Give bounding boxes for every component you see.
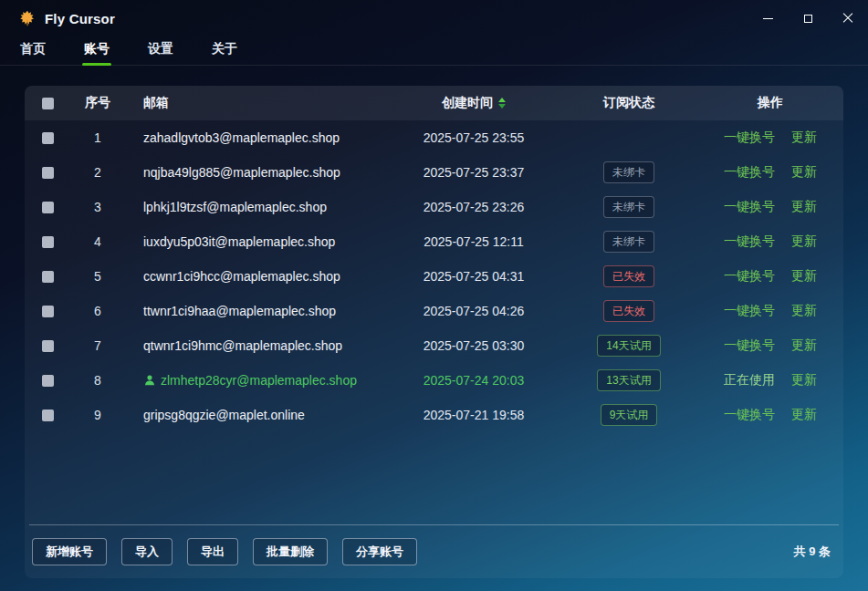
- row-checkbox[interactable]: [25, 375, 70, 387]
- status-badge: 已失效: [603, 300, 654, 322]
- switch-account-link[interactable]: 一键换号: [724, 268, 775, 285]
- row-checkbox[interactable]: [25, 202, 70, 213]
- row-created-time: 2025-07-21 19:58: [387, 408, 560, 422]
- update-link[interactable]: 更新: [791, 233, 817, 250]
- tab-settings[interactable]: 设置: [148, 36, 173, 66]
- maximize-icon[interactable]: [788, 0, 828, 36]
- table-header: 序号 邮箱 创建时间 订阅状态 操作: [25, 86, 843, 120]
- row-email: nqjba49lg885@maplemaplec.shop: [125, 165, 387, 180]
- update-link[interactable]: 更新: [791, 164, 817, 181]
- row-actions: 一键换号 更新: [697, 233, 843, 250]
- row-created-time: 2025-07-25 03:30: [387, 338, 560, 353]
- tab-home[interactable]: 首页: [20, 36, 46, 66]
- row-checkbox[interactable]: [25, 340, 70, 352]
- row-actions: 一键换号 更新: [697, 303, 843, 319]
- row-email: iuxdyu5p03it@maplemaplec.shop: [125, 234, 387, 249]
- close-icon[interactable]: [828, 0, 868, 36]
- status-badge: 13天试用: [597, 369, 660, 391]
- status-badge: 未绑卡: [603, 231, 654, 253]
- row-checkbox[interactable]: [25, 271, 70, 283]
- share-account-button[interactable]: 分享账号: [342, 538, 417, 565]
- table-row: 4 iuxdyu5p03it@maplemaplec.shop 2025-07-…: [25, 224, 843, 259]
- row-index: 6: [70, 304, 125, 318]
- table-row: 9 gripsg8qgzie@maplet.online 2025-07-21 …: [25, 398, 843, 432]
- row-email: gripsg8qgzie@maplet.online: [125, 408, 387, 422]
- footer-bar: 新增账号 导入 导出 批量删除 分享账号 共 9 条: [25, 525, 843, 578]
- sort-icon[interactable]: [498, 98, 506, 109]
- update-link[interactable]: 更新: [791, 303, 817, 319]
- table-row: 5 ccwnr1ci9hcc@maplemaplec.shop 2025-07-…: [25, 259, 843, 294]
- row-status: 14天试用: [560, 335, 697, 357]
- status-badge: 未绑卡: [603, 196, 654, 218]
- status-badge: 9天试用: [601, 404, 658, 426]
- row-created-time: 2025-07-25 23:37: [387, 165, 560, 180]
- switch-account-link[interactable]: 一键换号: [724, 303, 775, 319]
- row-status: 未绑卡: [560, 196, 697, 218]
- row-index: 3: [70, 200, 125, 214]
- update-link[interactable]: 更新: [791, 268, 817, 285]
- batch-delete-button[interactable]: 批量删除: [253, 538, 328, 565]
- row-actions: 一键换号 更新: [697, 268, 843, 285]
- row-status: [560, 130, 697, 145]
- app-title: Fly Cursor: [45, 11, 115, 26]
- update-link[interactable]: 更新: [791, 372, 817, 389]
- update-link[interactable]: 更新: [791, 407, 817, 423]
- row-index: 8: [70, 373, 125, 388]
- update-link[interactable]: 更新: [791, 130, 817, 146]
- app-window: Fly Cursor 首页 账号 设置 关于 序号 邮箱 创建时间 订阅状: [0, 0, 868, 591]
- status-badge: 14天试用: [597, 335, 660, 357]
- row-email: lphkj1l9tzsf@maplemaplec.shop: [125, 200, 387, 214]
- row-actions: 一键换号 更新: [697, 164, 843, 181]
- tab-accounts[interactable]: 账号: [84, 36, 110, 66]
- nav-tabbar: 首页 账号 设置 关于: [0, 36, 868, 66]
- table-row: 7 qtwnr1ci9hmc@maplemaplec.shop 2025-07-…: [25, 328, 843, 363]
- export-button[interactable]: 导出: [187, 538, 238, 565]
- row-status: 已失效: [560, 300, 697, 322]
- header-index: 序号: [70, 95, 125, 111]
- total-count: 共 9 条: [794, 544, 836, 560]
- switch-account-link[interactable]: 一键换号: [724, 199, 775, 215]
- select-all-checkbox[interactable]: [25, 98, 70, 109]
- in-use-label: 正在使用: [724, 372, 775, 389]
- row-checkbox[interactable]: [25, 306, 70, 317]
- active-user-icon: [143, 374, 156, 387]
- switch-account-link[interactable]: 一键换号: [724, 337, 775, 354]
- switch-account-link[interactable]: 一键换号: [724, 233, 775, 250]
- row-status: 13天试用: [560, 369, 697, 391]
- title-bar: Fly Cursor: [0, 0, 868, 36]
- update-link[interactable]: 更新: [791, 337, 817, 354]
- row-checkbox[interactable]: [25, 132, 70, 144]
- minimize-icon[interactable]: [748, 0, 788, 36]
- header-actions: 操作: [697, 95, 843, 111]
- row-checkbox[interactable]: [25, 236, 70, 248]
- row-created-time: 2025-07-25 12:11: [387, 234, 560, 249]
- switch-account-link[interactable]: 一键换号: [724, 407, 775, 423]
- table-row: 6 ttwnr1ci9haa@maplemaplec.shop 2025-07-…: [25, 294, 843, 328]
- row-created-time: 2025-07-25 23:26: [387, 200, 560, 214]
- table-row: 3 lphkj1l9tzsf@maplemaplec.shop 2025-07-…: [25, 190, 843, 224]
- row-email: qtwnr1ci9hmc@maplemaplec.shop: [125, 338, 387, 353]
- row-actions: 一键换号 更新: [697, 337, 843, 354]
- row-actions: 正在使用 更新: [697, 372, 843, 389]
- table-body: 1 zahadlgvtob3@maplemaplec.shop 2025-07-…: [25, 120, 843, 432]
- row-actions: 一键换号 更新: [697, 407, 843, 423]
- row-email: ttwnr1ci9haa@maplemaplec.shop: [125, 304, 387, 318]
- row-created-time: 2025-07-25 04:31: [387, 269, 560, 284]
- add-account-button[interactable]: 新增账号: [32, 538, 107, 565]
- tab-about[interactable]: 关于: [212, 36, 237, 66]
- row-created-time: 2025-07-25 23:55: [387, 130, 560, 145]
- header-created: 创建时间: [387, 95, 560, 111]
- switch-account-link[interactable]: 一键换号: [724, 164, 775, 181]
- row-checkbox[interactable]: [25, 167, 70, 179]
- row-checkbox[interactable]: [25, 410, 70, 421]
- row-actions: 一键换号 更新: [697, 199, 843, 215]
- header-email: 邮箱: [125, 95, 387, 111]
- row-index: 1: [70, 130, 125, 145]
- update-link[interactable]: 更新: [791, 199, 817, 215]
- table-row: 8 zlmhetp28cyr@maplemaplec.shop 2025-07-…: [25, 363, 843, 398]
- row-email: zahadlgvtob3@maplemaplec.shop: [125, 130, 387, 145]
- maple-leaf-logo-icon: [18, 9, 37, 27]
- table-row: 2 nqjba49lg885@maplemaplec.shop 2025-07-…: [25, 155, 843, 190]
- switch-account-link[interactable]: 一键换号: [724, 130, 775, 146]
- import-button[interactable]: 导入: [121, 538, 173, 565]
